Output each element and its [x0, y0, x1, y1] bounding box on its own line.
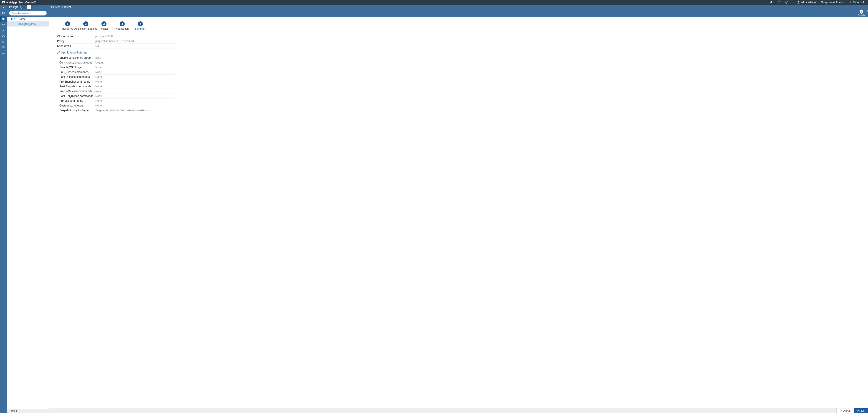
rail-settings[interactable]: [0, 44, 7, 50]
summary-row: Pre Snapshot commandsNone: [57, 80, 175, 84]
rail-monitor[interactable]: [0, 22, 7, 28]
step-app-settings[interactable]: 2Application Settings: [77, 21, 95, 30]
info-icon: i: [860, 10, 863, 14]
svg-rect-7: [4, 12, 5, 13]
summary-row: Custom parametersNone: [57, 103, 175, 108]
action-strip: › i Details: [49, 9, 868, 17]
panel-collapse[interactable]: ›: [867, 9, 868, 12]
rail-storage[interactable]: [0, 39, 7, 44]
search-input[interactable]: [9, 11, 46, 15]
brand-vendor: NetApp: [6, 1, 17, 4]
summary-top: Cluster namepostgres_5432 Policypsql onl…: [57, 34, 175, 49]
resource-type-tab[interactable]: PostgreSQL: [7, 5, 33, 9]
resource-type-label: PostgreSQL: [9, 5, 24, 9]
step-policies[interactable]: 3Policies: [95, 21, 113, 30]
user-menu[interactable]: administrator: [795, 0, 819, 5]
signout-button[interactable]: Sign Out: [847, 0, 866, 5]
summary-row: Consistency group timeoutUrgent: [57, 60, 175, 65]
svg-rect-19: [12, 19, 12, 20]
shield-check-icon: [2, 17, 5, 21]
rail-dashboard[interactable]: [0, 10, 7, 16]
resource-type-caret[interactable]: [27, 5, 31, 9]
previous-button[interactable]: Previous: [836, 408, 854, 413]
summary-row: Send emailNo: [57, 44, 175, 49]
bell-icon: [770, 1, 773, 4]
svg-point-10: [2, 18, 4, 20]
chevron-down-icon: [789, 1, 791, 3]
help-menu[interactable]: ?: [783, 0, 794, 5]
alert-icon: [2, 52, 5, 55]
svg-rect-15: [4, 42, 5, 42]
topology-icon: [2, 34, 5, 37]
chevron-down-icon: [28, 6, 30, 8]
rail-reports[interactable]: [0, 28, 7, 33]
mail-icon: [777, 1, 781, 4]
svg-rect-20: [12, 19, 13, 20]
svg-rect-9: [4, 13, 5, 14]
help-icon: ?: [785, 1, 788, 4]
resource-footer: Total 1: [7, 409, 49, 413]
svg-text:?: ?: [786, 2, 787, 3]
summary-row: Pre UnQuiesce commandsNone: [57, 89, 175, 94]
summary-row: Snapshot copy tool typeSnapcenter withou…: [57, 108, 175, 113]
netapp-logo-icon: [2, 1, 5, 4]
step-resource[interactable]: 1Resource: [59, 21, 77, 30]
collapse-icon: [57, 51, 60, 54]
svg-rect-8: [2, 13, 3, 14]
user-icon: [797, 1, 800, 4]
summary-app: Enable consistency groupfalse Consistenc…: [57, 56, 175, 113]
rail-resources[interactable]: [0, 16, 7, 22]
svg-point-11: [3, 35, 4, 35]
rail-alerts[interactable]: [0, 50, 7, 56]
svg-rect-17: [3, 54, 3, 54]
summary-row: Policypsql online backup: On demand: [57, 39, 175, 44]
section-toggle-app-settings[interactable]: Application Settings: [57, 51, 860, 54]
gauge-icon: [2, 23, 5, 26]
svg-rect-1: [4, 1, 5, 3]
finish-button[interactable]: Finish: [854, 408, 868, 413]
summary-row: Disable WAFL syncfalse: [57, 65, 175, 70]
svg-rect-16: [3, 53, 3, 54]
sliders-icon: [2, 46, 5, 49]
wizard-footer: Previous Finish: [49, 408, 868, 413]
chart-line-icon: [2, 29, 5, 32]
resource-panel: PostgreSQL Name postgres_5432 Total 1: [7, 5, 49, 413]
rail-hosts[interactable]: [0, 33, 7, 39]
step-notification[interactable]: 4Notification: [113, 21, 131, 30]
topbar: NetApp SnapCenter® ? administrator SnapC…: [0, 0, 868, 5]
rail-expand[interactable]: [0, 5, 7, 10]
svg-rect-6: [2, 12, 3, 13]
summary-row: Pre Quiesce commandsNone: [57, 70, 175, 75]
content-area: 1Resource 2Application Settings 3Policie…: [49, 17, 868, 408]
footer-total: 1: [16, 409, 17, 413]
svg-rect-2: [3, 1, 4, 2]
list-item[interactable]: postgres_5432: [7, 22, 49, 27]
signout-icon: [849, 1, 852, 4]
resource-column-header: Name: [7, 17, 49, 22]
grid-icon: [2, 11, 5, 15]
summary-row: Cluster namepostgres_5432: [57, 34, 175, 39]
role-label[interactable]: SnapCenterAdmin: [819, 0, 846, 5]
footer-total-label: Total: [9, 409, 15, 413]
notifications-button[interactable]: [768, 0, 775, 5]
brand-product: SnapCenter®: [18, 1, 36, 4]
sort-icon[interactable]: [9, 17, 17, 21]
summary-row: Post UnQuiesce commandsNone: [57, 94, 175, 98]
svg-rect-18: [11, 18, 11, 20]
summary-row: Pre Exit commandsNone: [57, 98, 175, 103]
summary-row: Post Snapshot commandsNone: [57, 84, 175, 89]
user-name-label: administrator: [801, 1, 816, 4]
resource-panel-head: PostgreSQL: [7, 5, 49, 9]
resource-list: postgres_5432: [7, 22, 49, 409]
signout-label: Sign Out: [853, 1, 864, 4]
messages-button[interactable]: [775, 0, 783, 5]
column-name[interactable]: Name: [19, 18, 26, 21]
svg-point-5: [798, 1, 799, 2]
wizard-stepper: 1Resource 2Application Settings 3Policie…: [59, 21, 860, 30]
details-button[interactable]: i Details: [858, 10, 865, 17]
summary-row: Enable consistency groupfalse: [57, 56, 175, 60]
svg-rect-14: [2, 41, 3, 42]
main: Cluster - Protect › i Details 1Resource …: [49, 5, 868, 413]
nav-rail: [0, 5, 7, 413]
step-summary[interactable]: 5Summary: [131, 21, 150, 30]
